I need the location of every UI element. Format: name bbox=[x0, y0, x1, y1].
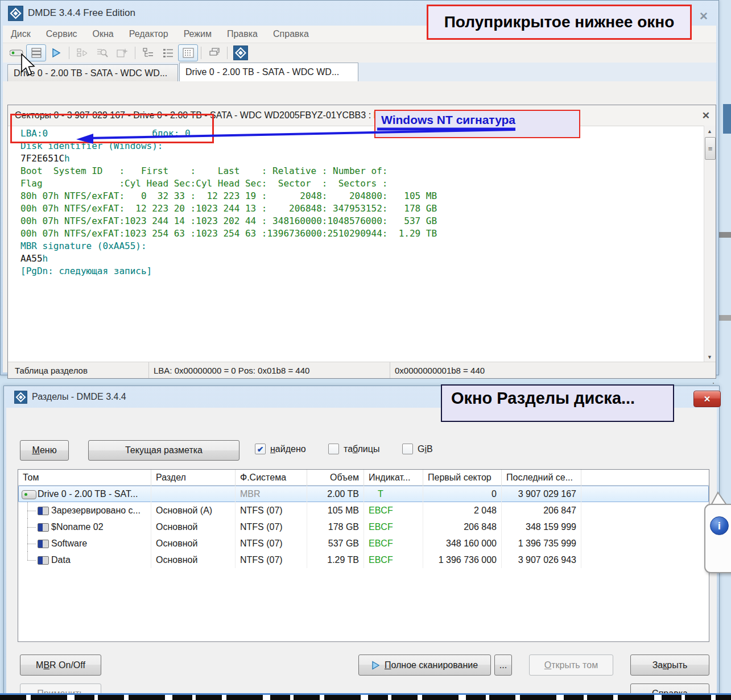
checkbox-box bbox=[402, 444, 413, 454]
new-scan-button[interactable] bbox=[112, 44, 132, 61]
gib-checkbox[interactable]: GiB bbox=[402, 444, 433, 454]
dmde-logo-icon bbox=[8, 6, 23, 21]
annotation-nt-signature-box: Windows NT сигнатура bbox=[374, 110, 580, 138]
windows-cascade-button[interactable] bbox=[204, 44, 224, 61]
dmde-about-button[interactable] bbox=[230, 44, 250, 61]
menu-mode[interactable]: Режим bbox=[184, 29, 212, 39]
mbr-table-header2: Flag :Cyl Head Sec:Cyl Head Sec: Sector … bbox=[20, 177, 704, 190]
partition-icon bbox=[38, 523, 49, 532]
tab-label: Drive 0 - 2.00 TB - SATA - WDC WD... bbox=[14, 68, 167, 78]
play-icon bbox=[371, 661, 380, 670]
scroll-down-icon[interactable]: ▼ bbox=[704, 352, 715, 362]
partition-icon bbox=[38, 540, 49, 548]
dmde-main-window: DMDE 3.4.4 Free Edition ✕ Диск Сервис Ок… bbox=[0, 0, 719, 375]
found-checkbox[interactable]: ✔ найдено bbox=[255, 444, 306, 454]
partitions-button[interactable] bbox=[26, 44, 46, 61]
background-fragment bbox=[719, 315, 731, 321]
menu-editor[interactable]: Редактор bbox=[129, 29, 168, 39]
annotation-text: Полуприкрытое нижнее окно bbox=[444, 13, 675, 31]
table-row-partition[interactable]: Data Основной NTFS (07) 1.29 TB EBCF 1 3… bbox=[18, 552, 709, 568]
menu-help[interactable]: Справка bbox=[273, 29, 309, 39]
toolbar-separator bbox=[227, 47, 228, 59]
annotation-red-box-disk-id bbox=[10, 114, 214, 143]
mbr-row-2: 00h 07h NTFS/exFAT: 12 223 20 :1023 244 … bbox=[20, 202, 704, 215]
open-volume-button[interactable]: Открыть том bbox=[529, 655, 613, 676]
table-row-partition[interactable]: $Noname 02 Основной NTFS (07) 178 GB EBC… bbox=[18, 519, 709, 535]
full-scan-button[interactable]: Полное сканирование bbox=[358, 655, 491, 676]
checkbox-box bbox=[328, 444, 339, 454]
tree-view-button[interactable] bbox=[138, 44, 158, 61]
col-last-sector[interactable]: Последний се... bbox=[502, 470, 581, 485]
toolbar bbox=[3, 43, 716, 63]
mbr-row-4: 00h 07h NTFS/exFAT:1023 254 63 :1023 254… bbox=[20, 227, 704, 240]
scrollbar-thumb[interactable]: ≡ bbox=[705, 137, 716, 160]
checkbox-label: таблицы bbox=[344, 444, 379, 454]
open-volume-button[interactable] bbox=[72, 44, 92, 61]
mbr-signature-label: MBR signature (0xAA55): bbox=[20, 240, 704, 252]
tables-checkbox[interactable]: таблицы bbox=[328, 444, 379, 454]
partitions-client-area: Меню Текущая разметка ✔ найдено таблицы … bbox=[6, 408, 717, 693]
col-volume[interactable]: Том bbox=[18, 470, 151, 485]
hex-view-icon bbox=[183, 48, 194, 58]
table-row-partition[interactable]: Зарезервировано с... Основной (A) NTFS (… bbox=[18, 502, 709, 519]
tab-drive0-view1[interactable]: Drive 0 - 2.00 TB - SATA - WDC WD... bbox=[7, 64, 178, 81]
col-partition[interactable]: Раздел bbox=[151, 470, 236, 485]
tooltip-balloon: i bbox=[704, 504, 731, 573]
info-icon: i bbox=[710, 516, 729, 535]
col-size[interactable]: Объем bbox=[307, 470, 364, 485]
open-volume-icon bbox=[77, 48, 88, 58]
tree-view-icon bbox=[143, 48, 154, 58]
pgdn-hint: [PgDn: следующая запись] bbox=[20, 265, 704, 277]
col-indicator[interactable]: Индикат... bbox=[364, 470, 423, 485]
list-view-button[interactable] bbox=[158, 44, 178, 61]
open-disk-icon bbox=[10, 49, 23, 56]
windows-cascade-icon bbox=[209, 48, 220, 58]
menu-button[interactable]: Меню bbox=[20, 440, 69, 461]
partition-icon bbox=[38, 507, 49, 515]
annotation-text: Окно Разделы диска... bbox=[451, 389, 673, 408]
table-row-partition[interactable]: Software Основной NTFS (07) 537 GB EBCF … bbox=[18, 535, 709, 552]
mbr-signature-value: AA55h bbox=[20, 252, 704, 265]
col-filesystem[interactable]: Ф.Система bbox=[236, 470, 307, 485]
start-scan-button[interactable] bbox=[46, 44, 66, 61]
mbr-onoff-button[interactable]: MBR On/Off bbox=[20, 655, 101, 676]
start-scan-icon bbox=[51, 48, 61, 58]
drive-icon bbox=[22, 490, 36, 499]
table-row-drive[interactable]: Drive 0 - 2.00 TB - SAT... MBR 2.00 TB T… bbox=[18, 486, 709, 502]
status-mode: Таблица разделов bbox=[8, 362, 149, 378]
sector-content[interactable]: LBA:0 блок: 0 Disk identifier (Windows):… bbox=[8, 126, 704, 362]
hex-view-button[interactable] bbox=[178, 44, 198, 61]
open-disk-button[interactable] bbox=[6, 44, 26, 61]
vertical-scrollbar[interactable]: ▲ ≡ ▼ bbox=[704, 126, 716, 362]
current-layout-button[interactable]: Текущая разметка bbox=[88, 440, 239, 461]
close-icon[interactable]: ✕ bbox=[702, 110, 710, 122]
check-icon: ✔ bbox=[257, 445, 264, 454]
menu-disk[interactable]: Диск bbox=[11, 29, 31, 39]
toolbar-separator bbox=[69, 47, 69, 59]
search-button[interactable] bbox=[92, 44, 112, 61]
checkbox-label: найдено bbox=[270, 444, 306, 454]
search-icon bbox=[97, 48, 108, 58]
main-window-title: DMDE 3.4.4 Free Edition bbox=[28, 7, 135, 19]
annotation-text: Windows NT сигнатура bbox=[381, 113, 579, 127]
menu-edit[interactable]: Правка bbox=[227, 29, 258, 39]
tab-drive0-view2[interactable]: Drive 0 - 2.00 TB - SATA - WDC WD... bbox=[179, 63, 358, 81]
background-fragment bbox=[719, 232, 731, 238]
status-bar: Таблица разделов LBA: 0x00000000 = 0 Pos… bbox=[8, 362, 716, 378]
close-icon[interactable]: ✕ bbox=[699, 10, 708, 23]
col-first-sector[interactable]: Первый сектор bbox=[423, 470, 502, 485]
scan-options-button[interactable]: ... bbox=[494, 655, 512, 676]
scroll-up-icon[interactable]: ▲ bbox=[704, 126, 715, 136]
partitions-window: Разделы - DMDE 3.4.4 ✕ Меню Текущая разм… bbox=[3, 386, 720, 696]
clipped-page-text bbox=[0, 695, 731, 700]
new-scan-icon bbox=[117, 48, 128, 58]
close-button[interactable]: ✕ bbox=[693, 391, 721, 407]
close-icon: ✕ bbox=[704, 394, 711, 404]
menu-service[interactable]: Сервис bbox=[46, 29, 77, 39]
menu-windows[interactable]: Окна bbox=[93, 29, 114, 39]
disk-id-value-line: 7F2E651Ch bbox=[20, 152, 704, 165]
checkbox-label: GiB bbox=[418, 444, 433, 454]
partitions-icon bbox=[31, 48, 42, 58]
close-dialog-button[interactable]: Закрыть bbox=[630, 655, 709, 676]
desktop: DMDE 3.4.4 Free Edition ✕ Диск Сервис Ок… bbox=[0, 0, 731, 700]
